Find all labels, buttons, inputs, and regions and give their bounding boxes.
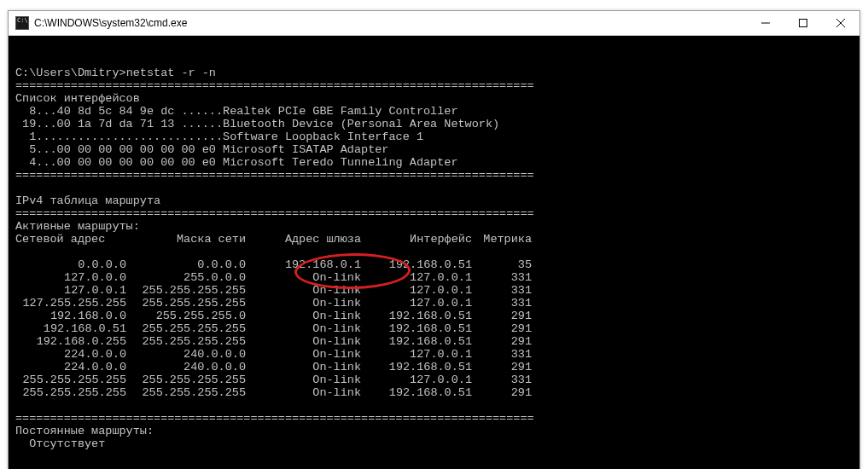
interface-line: 8...40 8d 5c 84 9e dc ......Realtek PCIe… bbox=[15, 105, 457, 118]
cmd-icon: C:\. bbox=[15, 16, 29, 30]
route-cell-net: 192.168.0.255 bbox=[15, 335, 126, 348]
route-row: 224.0.0.0240.0.0.0On-link192.168.0.51291 bbox=[15, 361, 853, 373]
titlebar[interactable]: C:\. C:\WINDOWS\system32\cmd.exe bbox=[9, 11, 859, 36]
route-cell-gw: On-link bbox=[246, 361, 361, 373]
route-cell-gw: On-link bbox=[246, 373, 361, 386]
route-cell-net: 224.0.0.0 bbox=[15, 361, 126, 373]
route-cell-mask: 255.255.255.255 bbox=[126, 373, 246, 386]
col-net: Сетевой адрес bbox=[15, 233, 126, 246]
route-cell-metric: 331 bbox=[472, 284, 532, 297]
prompt-cmd: netstat -r -n bbox=[126, 67, 216, 79]
route-cell-net: 192.168.0.0 bbox=[15, 310, 126, 322]
route-cell-metric: 291 bbox=[472, 310, 532, 322]
col-gateway: Адрес шлюза bbox=[246, 233, 361, 246]
route-cell-net: 224.0.0.0 bbox=[15, 348, 126, 361]
route-cell-mask: 240.0.0.0 bbox=[126, 361, 246, 373]
route-cell-mask: 255.0.0.0 bbox=[126, 271, 246, 284]
route-cell-mask: 255.255.255.255 bbox=[126, 284, 246, 297]
route-cell-gw: On-link bbox=[246, 348, 361, 361]
cmd-window: C:\. C:\WINDOWS\system32\cmd.exe C:\User… bbox=[8, 10, 860, 469]
col-mask: Маска сети bbox=[126, 233, 246, 246]
route-cell-gw: On-link bbox=[246, 335, 361, 348]
col-interface: Интерфейс bbox=[361, 233, 472, 246]
route-cell-gw: On-link bbox=[246, 297, 361, 310]
route-cell-iface: 192.168.0.51 bbox=[361, 258, 472, 271]
rule: ========================================… bbox=[15, 207, 534, 220]
window-title: C:\WINDOWS\system32\cmd.exe bbox=[34, 17, 747, 29]
prompt-cwd: C:\Users\Dmitry> bbox=[15, 67, 126, 79]
route-header-row: Сетевой адресМаска сетиАдрес шлюзаИнтерф… bbox=[15, 233, 853, 246]
route-cell-gw: On-link bbox=[246, 322, 361, 335]
interface-line: 1...........................Software Loo… bbox=[15, 130, 423, 143]
route-cell-metric: 331 bbox=[472, 348, 532, 361]
route-cell-iface: 192.168.0.51 bbox=[361, 335, 472, 348]
maximize-button[interactable] bbox=[784, 11, 822, 35]
route-cell-metric: 291 bbox=[472, 335, 532, 348]
route-row: 192.168.0.255255.255.255.255On-link192.1… bbox=[15, 335, 853, 348]
active-routes-header: Активные маршруты: bbox=[15, 220, 140, 233]
route-row: 192.168.0.0255.255.255.0On-link192.168.0… bbox=[15, 310, 853, 322]
route-cell-mask: 255.255.255.255 bbox=[126, 297, 246, 310]
route-cell-iface: 192.168.0.51 bbox=[361, 310, 472, 322]
close-button[interactable] bbox=[822, 11, 859, 35]
route-cell-mask: 240.0.0.0 bbox=[126, 348, 246, 361]
route-cell-metric: 291 bbox=[472, 322, 532, 335]
route-cell-mask: 255.255.255.0 bbox=[126, 310, 246, 322]
interfaces-header: Список интерфейсов bbox=[15, 92, 140, 105]
route-cell-iface: 127.0.0.1 bbox=[361, 373, 472, 386]
route-cell-net: 127.0.0.0 bbox=[15, 271, 126, 284]
route-cell-iface: 192.168.0.51 bbox=[361, 386, 472, 399]
route-row: 192.168.0.51255.255.255.255On-link192.16… bbox=[15, 322, 853, 335]
route-cell-metric: 331 bbox=[472, 373, 532, 386]
minimize-button[interactable] bbox=[747, 11, 784, 35]
route-cell-gw: On-link bbox=[246, 386, 361, 399]
route-cell-gw: On-link bbox=[246, 271, 361, 284]
route-row: 127.0.0.1255.255.255.255On-link127.0.0.1… bbox=[15, 284, 853, 297]
route-cell-net: 127.0.0.1 bbox=[15, 284, 126, 297]
route-cell-net: 0.0.0.0 bbox=[15, 258, 126, 271]
route-cell-mask: 255.255.255.255 bbox=[126, 335, 246, 348]
route-cell-iface: 127.0.0.1 bbox=[361, 271, 472, 284]
route-cell-net: 127.255.255.255 bbox=[15, 297, 126, 310]
route-cell-iface: 127.0.0.1 bbox=[361, 348, 472, 361]
route-row: 127.0.0.0255.0.0.0On-link127.0.0.1331 bbox=[15, 271, 853, 284]
terminal-output[interactable]: C:\Users\Dmitry>netstat -r -n ==========… bbox=[9, 36, 859, 469]
interface-line: 4...00 00 00 00 00 00 00 e0 Microsoft Te… bbox=[15, 156, 457, 169]
route-cell-net: 255.255.255.255 bbox=[15, 386, 126, 399]
route-cell-iface: 192.168.0.51 bbox=[361, 322, 472, 335]
route-cell-gw: 192.168.0.1 bbox=[246, 258, 361, 271]
route-cell-net: 255.255.255.255 bbox=[15, 373, 126, 386]
interface-line: 5...00 00 00 00 00 00 00 e0 Microsoft IS… bbox=[15, 143, 388, 156]
col-metric: Метрика bbox=[472, 233, 532, 246]
route-cell-gw: On-link bbox=[246, 284, 361, 297]
route-cell-gw: On-link bbox=[246, 310, 361, 322]
route-cell-mask: 255.255.255.255 bbox=[126, 386, 246, 399]
route-row: 127.255.255.255255.255.255.255On-link127… bbox=[15, 297, 853, 310]
route-row: 255.255.255.255255.255.255.255On-link192… bbox=[15, 386, 853, 399]
route-cell-mask: 255.255.255.255 bbox=[126, 322, 246, 335]
svg-rect-1 bbox=[800, 20, 807, 27]
rule: ========================================… bbox=[15, 79, 534, 92]
route-cell-net: 192.168.0.51 bbox=[15, 322, 126, 335]
route-cell-metric: 35 bbox=[472, 258, 532, 271]
route-cell-iface: 127.0.0.1 bbox=[361, 284, 472, 297]
rule: ========================================… bbox=[15, 169, 534, 182]
route-cell-metric: 291 bbox=[472, 386, 532, 399]
persistent-none: Отсутствует bbox=[29, 437, 105, 450]
route-cell-mask: 0.0.0.0 bbox=[126, 258, 246, 271]
route-row: 224.0.0.0240.0.0.0On-link127.0.0.1331 bbox=[15, 348, 853, 361]
route-cell-metric: 331 bbox=[472, 297, 532, 310]
rule: ========================================… bbox=[15, 412, 534, 425]
route-cell-iface: 192.168.0.51 bbox=[361, 361, 472, 373]
interface-line: 19...00 1a 7d da 71 13 ......Bluetooth D… bbox=[15, 118, 499, 130]
route-row: 0.0.0.00.0.0.0192.168.0.1192.168.0.5135 bbox=[15, 258, 853, 271]
route-cell-metric: 331 bbox=[472, 271, 532, 284]
route-cell-metric: 291 bbox=[472, 361, 532, 373]
route-cell-iface: 127.0.0.1 bbox=[361, 297, 472, 310]
route-row: 255.255.255.255255.255.255.255On-link127… bbox=[15, 373, 853, 386]
persistent-header: Постоянные маршруты: bbox=[15, 425, 154, 437]
ipv4-header: IPv4 таблица маршрута bbox=[15, 194, 160, 207]
